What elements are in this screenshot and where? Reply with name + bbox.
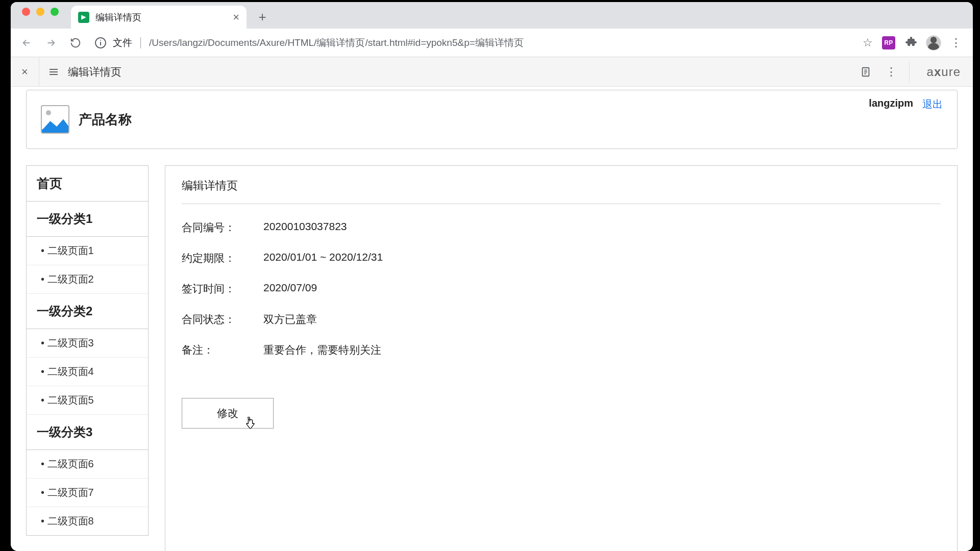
logout-link[interactable]: 退出 <box>922 97 943 111</box>
sidebar-item-3-3[interactable]: • 二级页面8 <box>27 507 148 535</box>
page-list-button[interactable] <box>39 66 68 78</box>
profile-avatar[interactable] <box>926 35 941 51</box>
axure-more-button[interactable]: ⋮ <box>878 65 904 79</box>
back-button[interactable] <box>18 34 35 52</box>
omnibox[interactable]: 文件 /Users/langzi/Documents/Axure/HTML/编辑… <box>91 33 855 53</box>
field-label: 签订时间： <box>182 282 243 296</box>
detail-panel: 编辑详情页 合同编号： 20200103037823 约定期限： 2020/01… <box>165 165 958 551</box>
product-header: 产品名称 langzipm 退出 <box>26 90 958 149</box>
browser-address-bar: 文件 /Users/langzi/Documents/Axure/HTML/编辑… <box>11 29 973 57</box>
field-contract-number: 合同编号： 20200103037823 <box>182 220 941 235</box>
field-remark: 备注： 重要合作，需要特别关注 <box>182 343 941 357</box>
browser-tabstrip: 编辑详情页 × + <box>11 2 973 29</box>
field-value: 重要合作，需要特别关注 <box>263 343 381 357</box>
sidebar-group-3[interactable]: 一级分类3 <box>27 415 148 450</box>
omnibox-separator <box>140 37 141 48</box>
site-info-icon[interactable] <box>94 37 107 49</box>
close-tab-button[interactable]: × <box>233 12 239 23</box>
reload-button[interactable] <box>67 34 84 52</box>
sidebar-group-2[interactable]: 一级分类2 <box>27 294 148 329</box>
tab-title: 编辑详情页 <box>95 11 141 23</box>
field-sign-date: 签订时间： 2020/07/09 <box>182 282 941 296</box>
tab-favicon-icon <box>78 12 89 23</box>
forward-button[interactable] <box>42 34 60 52</box>
detail-panel-title: 编辑详情页 <box>182 178 941 204</box>
axure-toolbar: × 编辑详情页 ⋮ axure <box>11 57 973 87</box>
window-controls <box>18 2 63 29</box>
sidebar-item-2-1[interactable]: • 二级页面3 <box>27 329 148 358</box>
url-text: /Users/langzi/Documents/Axure/HTML/编辑详情页… <box>149 36 524 49</box>
field-label: 约定期限： <box>182 251 243 265</box>
browser-menu-button[interactable]: ⋮ <box>950 36 963 49</box>
toolbar-divider <box>909 62 910 82</box>
close-window-button[interactable] <box>22 8 30 16</box>
notes-panel-button[interactable] <box>853 66 878 78</box>
field-period: 约定期限： 2020/01/01 ~ 2020/12/31 <box>182 251 941 265</box>
maximize-window-button[interactable] <box>51 8 59 16</box>
close-panel-button[interactable]: × <box>11 57 39 87</box>
edit-button-label: 修改 <box>217 406 238 420</box>
sidebar-item-1-1[interactable]: • 二级页面1 <box>27 237 148 265</box>
field-value: 20200103037823 <box>263 220 347 235</box>
axure-logo[interactable]: axure <box>915 65 973 79</box>
field-label: 合同编号： <box>182 220 243 235</box>
sidebar-item-3-1[interactable]: • 二级页面6 <box>27 450 148 479</box>
product-image-icon <box>41 105 69 134</box>
sidebar-item-2-2[interactable]: • 二级页面4 <box>27 358 148 386</box>
svg-point-3 <box>100 40 101 41</box>
field-value: 2020/07/09 <box>263 282 317 296</box>
extensions-icon[interactable] <box>904 36 917 50</box>
field-label: 合同状态： <box>182 312 243 327</box>
sidebar-home[interactable]: 首页 <box>27 166 148 202</box>
sidebar-item-2-3[interactable]: • 二级页面5 <box>27 386 148 415</box>
svg-marker-0 <box>81 15 86 20</box>
url-scheme-label: 文件 <box>113 36 132 49</box>
sidebar-item-1-2[interactable]: • 二级页面2 <box>27 265 148 294</box>
bookmark-star-icon[interactable]: ☆ <box>863 36 873 49</box>
sidebar-item-3-2[interactable]: • 二级页面7 <box>27 479 148 507</box>
prototype-viewport: 产品名称 langzipm 退出 首页 一级分类1 • 二级页面1 • 二级页面… <box>11 87 973 551</box>
axure-page-title: 编辑详情页 <box>68 65 121 79</box>
edit-button[interactable]: 修改 <box>182 398 274 429</box>
product-name-label: 产品名称 <box>79 111 132 129</box>
new-tab-button[interactable]: + <box>253 7 272 27</box>
field-value: 双方已盖章 <box>263 312 317 327</box>
sidebar-group-1[interactable]: 一级分类1 <box>27 202 148 237</box>
browser-tab[interactable]: 编辑详情页 × <box>71 6 247 29</box>
username-label: langzipm <box>869 97 913 109</box>
sidebar-nav: 首页 一级分类1 • 二级页面1 • 二级页面2 一级分类2 • 二级页面3 •… <box>26 165 149 536</box>
field-status: 合同状态： 双方已盖章 <box>182 312 941 327</box>
pointer-cursor-icon <box>244 417 256 430</box>
field-label: 备注： <box>182 343 243 357</box>
field-value: 2020/01/01 ~ 2020/12/31 <box>263 251 383 265</box>
minimize-window-button[interactable] <box>36 8 44 16</box>
axure-rp-extension-icon[interactable]: RP <box>882 36 895 49</box>
